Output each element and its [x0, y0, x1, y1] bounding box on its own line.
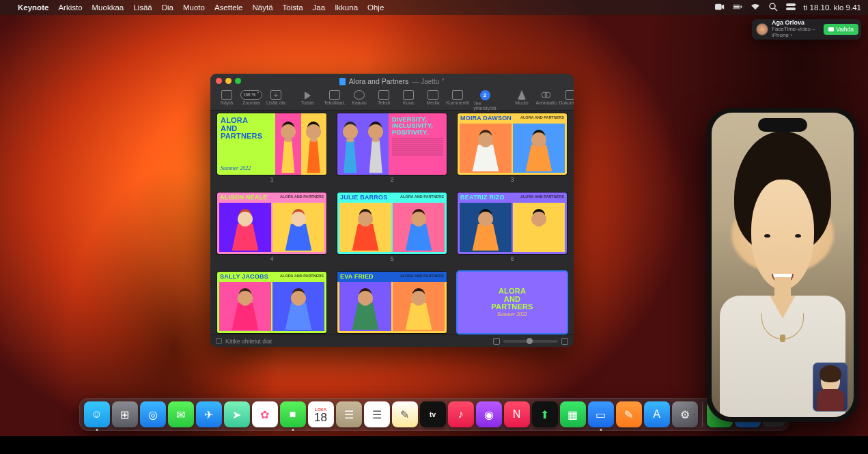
dock-calendar[interactable]: LOKA18 — [308, 401, 334, 427]
camera-icon[interactable] — [715, 2, 725, 13]
menubar: Keynote Arkisto Muokkaa Lisää Dia Muoto … — [0, 0, 868, 15]
slide-thumbnail[interactable]: DIVERSITY, INCLUSIVITY, POSITIVITY.2 — [337, 113, 447, 183]
switch-button[interactable]: Vaihda — [824, 24, 858, 35]
dynamic-island — [758, 118, 807, 132]
window-titlebar[interactable]: Alora and Partners — Jaettu ˅ — [210, 74, 574, 89]
slide-number: 4 — [270, 255, 274, 262]
document-button[interactable]: Dokumentti — [560, 90, 574, 105]
media-button[interactable]: Media — [422, 90, 444, 105]
zoom-selector[interactable]: 168 % ˅Zoomaa — [240, 90, 262, 105]
slide-number: 2 — [391, 176, 394, 183]
spotlight-icon[interactable] — [768, 2, 778, 13]
svg-rect-6 — [786, 3, 796, 6]
dock-podcasts[interactable]: ◉ — [476, 401, 502, 427]
menu-jaa[interactable]: Jaa — [313, 3, 326, 12]
animate-button[interactable]: Animaatio — [535, 90, 557, 105]
battery-icon[interactable] — [733, 2, 742, 13]
caller-avatar — [756, 23, 768, 36]
view-mode-icon[interactable] — [493, 338, 500, 345]
menu-lisaa[interactable]: Lisää — [133, 3, 152, 12]
dock-facetime[interactable]: ■ — [280, 401, 306, 427]
view-button[interactable]: Näytä — [216, 90, 238, 105]
menu-arkisto[interactable]: Arkisto — [58, 3, 82, 12]
slide-thumbnail[interactable]: JULIE BARROSALORA AND PARTNERS5 — [337, 193, 447, 262]
collaborate-button[interactable]: Tee yhteistyötä — [474, 90, 496, 111]
slide-number: 3 — [511, 176, 514, 183]
dock-numbers[interactable]: ▦ — [560, 401, 586, 427]
document-title: Alora and Partners — [349, 77, 409, 85]
play-button[interactable]: Toista — [296, 90, 318, 105]
chart-button[interactable]: Kuva — [397, 90, 419, 105]
slide-thumbnail[interactable]: ALISON NEALEALORA AND PARTNERS4 — [217, 193, 326, 262]
hide-skipped-label: Kätke ohitetut diat — [225, 338, 272, 345]
menu-ikkuna[interactable]: Ikkuna — [335, 3, 358, 12]
letterbox-bar — [0, 436, 868, 454]
dock-notes[interactable]: ✎ — [392, 401, 418, 427]
dock-divider — [702, 402, 703, 427]
dock-finder[interactable]: ☺ — [84, 401, 110, 427]
facetime-self-view[interactable] — [813, 363, 848, 412]
iphone-device — [707, 108, 858, 422]
menu-asettele[interactable]: Asettele — [214, 3, 243, 12]
menu-ohje[interactable]: Ohje — [367, 3, 384, 12]
close-button[interactable] — [216, 78, 222, 84]
slide-thumbnail[interactable]: EVA FRIEDALORA AND PARTNERS8 — [337, 272, 447, 335]
dock-launchpad[interactable]: ⊞ — [112, 401, 138, 427]
table-button[interactable]: Teksti — [373, 90, 395, 105]
dock-maps[interactable]: ➤ — [224, 401, 250, 427]
hide-skipped-checkbox[interactable] — [216, 338, 222, 344]
light-table[interactable]: ALORA AND PARTNERSSummer 20221DIVERSITY,… — [217, 113, 567, 335]
slide-number: 6 — [511, 255, 514, 262]
dock-photos[interactable]: ✿ — [252, 401, 278, 427]
dock-mail[interactable]: ✈ — [196, 401, 222, 427]
dock-news[interactable]: N — [504, 401, 530, 427]
dock: ☺⊞◎✉✈➤✿■LOKA18☰☰✎tv♪◉N⬆▦▭✎A⚙■⬇ — [79, 398, 789, 431]
dock-music[interactable]: ♪ — [448, 401, 474, 427]
svg-line-5 — [774, 8, 777, 11]
dock-reminders[interactable]: ☰ — [364, 401, 390, 427]
keynote-window: Alora and Partners — Jaettu ˅ Näytä 168 … — [210, 74, 574, 347]
wifi-icon[interactable] — [751, 2, 760, 13]
dock-keynote[interactable]: ▭ — [588, 401, 614, 427]
dock-pages[interactable]: ✎ — [616, 401, 642, 427]
svg-rect-3 — [740, 6, 741, 8]
dock-settings[interactable]: ⚙ — [672, 401, 698, 427]
dock-appstore[interactable]: A — [644, 401, 670, 427]
svg-point-9 — [545, 92, 550, 98]
app-menu[interactable]: Keynote — [18, 3, 48, 12]
slide-thumbnail[interactable]: BEATRIZ RIZOALORA AND PARTNERS6 — [458, 193, 567, 262]
zoom-slider[interactable] — [503, 340, 558, 343]
menu-toista[interactable]: Toista — [283, 3, 303, 12]
svg-rect-2 — [733, 6, 739, 8]
facetime-handoff-notification[interactable]: Aga Orlova FaceTime-video – iPhone › Vai… — [752, 19, 861, 40]
format-button[interactable]: Muoto — [511, 90, 533, 105]
add-slide-button[interactable]: +Lisää dia — [265, 90, 287, 105]
slide-thumbnail[interactable]: SALLY JACOBSALORA AND PARTNERS7 — [217, 272, 326, 335]
control-center-icon[interactable] — [786, 2, 796, 13]
dock-safari[interactable]: ◎ — [140, 401, 166, 427]
minimize-button[interactable] — [225, 78, 232, 84]
comment-button[interactable]: Kommentti — [447, 90, 468, 105]
slide-thumbnail[interactable]: ALORA AND PARTNERSSummer 20221 — [217, 113, 326, 183]
textbox-button[interactable]: Tekstilaat. — [324, 90, 346, 105]
fullscreen-button[interactable] — [235, 78, 241, 84]
dock-messages[interactable]: ✉ — [168, 401, 194, 427]
dock-contacts[interactable]: ☰ — [336, 401, 362, 427]
call-subtitle: FaceTime-video – iPhone › — [772, 27, 820, 39]
menu-dia[interactable]: Dia — [162, 3, 173, 12]
view-mode-grid-icon[interactable] — [561, 338, 568, 345]
dock-stocks[interactable]: ⬆ — [532, 401, 558, 427]
iphone-screen — [712, 113, 854, 417]
dock-tv[interactable]: tv — [420, 401, 446, 427]
svg-rect-0 — [715, 4, 722, 10]
shape-button[interactable]: Kaavio — [348, 90, 370, 105]
slide-thumbnail[interactable]: MOIRA DAWSONALORA AND PARTNERS3 — [458, 113, 567, 183]
menu-muoto[interactable]: Muoto — [183, 3, 205, 12]
menu-nayta[interactable]: Näytä — [253, 3, 273, 12]
slide-thumbnail[interactable]: ALORA AND PARTNERSSummer 20229 — [458, 272, 567, 335]
shared-indicator[interactable]: — Jaettu ˅ — [412, 78, 445, 85]
menubar-clock[interactable]: ti 18.10. klo 9.41 — [804, 3, 861, 12]
document-icon — [339, 78, 346, 85]
toolbar: Näytä 168 % ˅Zoomaa +Lisää dia Toista Te… — [210, 89, 574, 111]
menu-muokkaa[interactable]: Muokkaa — [92, 3, 124, 12]
